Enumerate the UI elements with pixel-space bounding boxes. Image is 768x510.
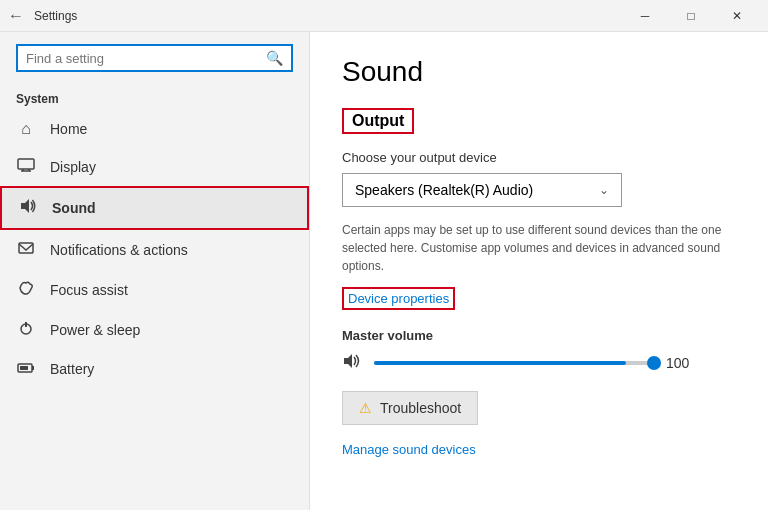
volume-value: 100: [666, 355, 698, 371]
sound-icon: [18, 198, 38, 218]
troubleshoot-button[interactable]: ⚠ Troubleshoot: [342, 391, 478, 425]
titlebar-title: Settings: [34, 9, 77, 23]
display-icon: [16, 158, 36, 176]
slider-fill: [374, 361, 626, 365]
output-device-dropdown[interactable]: Speakers (Realtek(R) Audio) ⌄: [342, 173, 622, 207]
volume-row: 100: [342, 353, 736, 373]
main-panel: Sound Output Choose your output device S…: [310, 32, 768, 510]
device-properties-link[interactable]: Device properties: [342, 287, 455, 310]
app-body: 🔍 System ⌂ Home Display: [0, 32, 768, 510]
sidebar-item-display[interactable]: Display: [0, 148, 309, 186]
output-device-label: Choose your output device: [342, 150, 736, 165]
volume-slider[interactable]: [374, 361, 654, 365]
sidebar-item-home[interactable]: ⌂ Home: [0, 110, 309, 148]
notifications-icon: [16, 240, 36, 260]
minimize-button[interactable]: ─: [622, 0, 668, 32]
sidebar-item-label: Battery: [50, 361, 94, 377]
titlebar-controls: ─ □ ✕: [622, 0, 760, 32]
troubleshoot-label: Troubleshoot: [380, 400, 461, 416]
chevron-down-icon: ⌄: [599, 183, 609, 197]
sidebar-item-label: Home: [50, 121, 87, 137]
page-title: Sound: [342, 56, 736, 88]
slider-thumb[interactable]: [647, 356, 661, 370]
warning-icon: ⚠: [359, 400, 372, 416]
sidebar-item-label: Display: [50, 159, 96, 175]
sidebar-item-sound[interactable]: Sound: [0, 186, 309, 230]
system-section-label: System: [0, 84, 309, 110]
sidebar-item-notifications[interactable]: Notifications & actions: [0, 230, 309, 270]
svg-rect-5: [19, 243, 33, 253]
battery-icon: [16, 360, 36, 378]
volume-icon: [342, 353, 362, 373]
search-input[interactable]: [26, 51, 260, 66]
svg-marker-4: [21, 199, 29, 213]
volume-label: Master volume: [342, 328, 736, 343]
power-icon: [16, 320, 36, 340]
section-header-output: Output: [342, 108, 414, 134]
back-icon[interactable]: ←: [8, 7, 24, 25]
home-icon: ⌂: [16, 120, 36, 138]
sidebar: 🔍 System ⌂ Home Display: [0, 32, 310, 510]
sidebar-item-focus[interactable]: Focus assist: [0, 270, 309, 310]
focus-icon: [16, 280, 36, 300]
sidebar-item-label: Notifications & actions: [50, 242, 188, 258]
maximize-button[interactable]: □: [668, 0, 714, 32]
sidebar-search-container: 🔍: [0, 32, 309, 84]
sidebar-item-label: Focus assist: [50, 282, 128, 298]
manage-sound-devices-link[interactable]: Manage sound devices: [342, 442, 476, 457]
svg-marker-11: [344, 354, 352, 368]
search-icon: 🔍: [266, 50, 283, 66]
sidebar-item-battery[interactable]: Battery: [0, 350, 309, 388]
sidebar-item-label: Sound: [52, 200, 96, 216]
dropdown-value: Speakers (Realtek(R) Audio): [355, 182, 533, 198]
titlebar-left: ← Settings: [8, 7, 77, 25]
search-box[interactable]: 🔍: [16, 44, 293, 72]
svg-rect-10: [32, 366, 34, 370]
svg-rect-0: [18, 159, 34, 169]
close-button[interactable]: ✕: [714, 0, 760, 32]
info-text: Certain apps may be set up to use differ…: [342, 221, 722, 275]
sidebar-item-power[interactable]: Power & sleep: [0, 310, 309, 350]
titlebar: ← Settings ─ □ ✕: [0, 0, 768, 32]
sidebar-item-label: Power & sleep: [50, 322, 140, 338]
svg-rect-9: [20, 366, 28, 370]
